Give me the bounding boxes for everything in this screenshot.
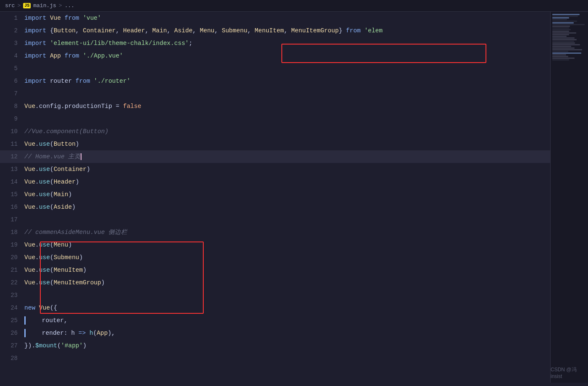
token-plain: render xyxy=(27,330,64,336)
token-cls: Vue xyxy=(24,166,35,173)
line-number: 2 xyxy=(3,27,24,34)
token-punct: = xyxy=(116,103,123,110)
token-punct: ) xyxy=(72,204,76,210)
token-punct: , xyxy=(111,330,115,336)
line-number: 24 xyxy=(3,305,24,311)
code-content: import router from './router' xyxy=(24,75,547,87)
token-punct: ( xyxy=(57,342,61,349)
code-content: import {Button, Container, Header, Main,… xyxy=(24,24,547,37)
code-line: 4import App from './App.vue' xyxy=(0,50,550,62)
code-line: 15Vue.use(Main) xyxy=(0,188,550,201)
token-cls: MenuItem xyxy=(255,27,284,34)
token-comment: // commenAsideMenu.vue 侧边栏 xyxy=(24,229,127,236)
code-line: 23 xyxy=(0,289,550,302)
code-line: 8Vue.config.productionTip = false xyxy=(0,100,550,113)
code-line: 2import {Button, Container, Header, Main… xyxy=(0,24,550,37)
code-content: Vue.use(MenuItem) xyxy=(24,264,547,276)
code-line: 7 xyxy=(0,87,550,100)
line-number: 22 xyxy=(3,279,24,286)
token-cls: App xyxy=(97,330,108,336)
minimap-line xyxy=(552,42,575,44)
code-line: 21Vue.use(MenuItem) xyxy=(0,264,550,276)
token-punct: ) xyxy=(108,330,111,336)
code-content: // Home.vue 主页 xyxy=(24,150,547,163)
code-line: 10//Vue.component(Button) xyxy=(0,125,550,138)
token-punct: ; xyxy=(189,40,193,47)
token-cls: Aside xyxy=(54,204,72,210)
token-cls: Container xyxy=(54,166,87,173)
token-cls: Vue xyxy=(39,305,50,311)
minimap-content xyxy=(551,12,588,63)
token-cls: Vue xyxy=(24,254,35,261)
token-fn: use xyxy=(39,279,50,286)
line-number: 15 xyxy=(3,191,24,198)
code-content: router, xyxy=(24,314,547,327)
line-number: 9 xyxy=(3,116,24,122)
minimap-line xyxy=(552,54,566,55)
line-number: 3 xyxy=(3,40,24,47)
minimap-line xyxy=(552,19,567,20)
token-cls: Vue xyxy=(24,267,35,273)
line-number: 5 xyxy=(3,65,24,72)
token-punct: , xyxy=(76,27,83,34)
token-punct: . xyxy=(35,179,39,185)
code-line: 22Vue.use(MenuItemGroup) xyxy=(0,276,550,289)
token-punct: ( xyxy=(50,242,54,248)
code-line: 28 xyxy=(0,352,550,365)
minimap-line xyxy=(552,44,580,45)
minimap-line xyxy=(552,21,577,22)
code-line: 27}).$mount('#app') xyxy=(0,339,550,352)
token-punct: , xyxy=(192,27,200,34)
token-cls: Vue xyxy=(24,179,35,185)
token-punct: ) xyxy=(76,179,79,185)
code-content: Vue.use(MenuItemGroup) xyxy=(24,276,547,289)
token-fn: use xyxy=(39,204,50,210)
minimap-line xyxy=(552,37,575,39)
code-content: //Vue.component(Button) xyxy=(24,125,547,138)
token-punct: ( xyxy=(50,141,54,147)
line-number: 18 xyxy=(3,229,24,236)
code-content: }).$mount('#app') xyxy=(24,339,547,352)
token-punct: ) xyxy=(76,141,79,147)
code-line: 18// commenAsideMenu.vue 侧边栏 xyxy=(0,226,550,239)
code-content: render: h => h(App), xyxy=(24,327,547,339)
line-number: 21 xyxy=(3,267,24,273)
line-number: 17 xyxy=(3,216,24,223)
minimap-line xyxy=(552,51,568,52)
token-punct: ( xyxy=(50,267,54,273)
minimap-line xyxy=(552,46,571,47)
token-fn: h xyxy=(89,330,93,336)
token-punct: ( xyxy=(50,279,54,286)
token-punct: ) xyxy=(68,191,72,198)
code-line: 19Vue.use(Menu) xyxy=(0,239,550,251)
token-punct: , xyxy=(167,27,174,34)
line-number: 16 xyxy=(3,204,24,210)
token-cls: Submenu xyxy=(222,27,247,34)
code-line: 25 router, xyxy=(0,314,550,327)
token-punct: . xyxy=(35,103,39,110)
minimap-line xyxy=(552,41,574,42)
minimap-line xyxy=(552,39,577,40)
token-punct: , xyxy=(116,27,123,34)
code-line: 14Vue.use(Header) xyxy=(0,176,550,188)
minimap-line xyxy=(552,16,578,17)
code-content: new Vue({ xyxy=(24,302,547,314)
token-plain: h xyxy=(71,330,78,336)
token-cls: Submenu xyxy=(54,254,79,261)
indent-bar xyxy=(24,316,26,325)
code-content: Vue.use(Main) xyxy=(24,188,547,201)
code-area[interactable]: 1import Vue from 'vue'2import {Button, C… xyxy=(0,12,550,383)
code-line: 5 xyxy=(0,62,550,75)
watermark: CSDN @冯insist xyxy=(551,366,585,379)
token-punct: . xyxy=(35,191,39,198)
token-punct: , xyxy=(145,27,152,34)
token-punct: . xyxy=(61,103,65,110)
line-number: 8 xyxy=(3,103,24,110)
breadcrumb-src: src xyxy=(5,3,15,9)
line-number: 23 xyxy=(3,292,24,299)
breadcrumb: src > JS main.js > ... xyxy=(5,3,74,9)
minimap-line xyxy=(552,32,576,34)
token-cls: Container xyxy=(83,27,116,34)
token-str: '#app' xyxy=(61,342,83,349)
minimap-line xyxy=(552,17,569,18)
